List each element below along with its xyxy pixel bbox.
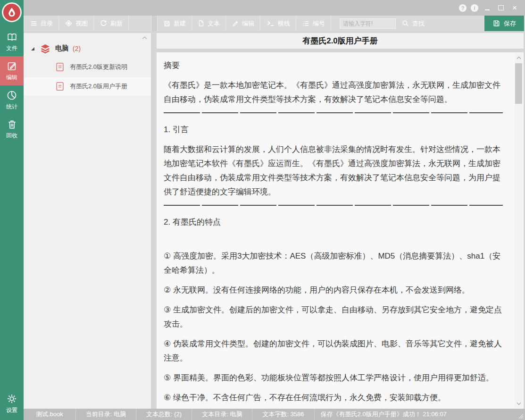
doc-paragraph: ④ 伪装成常用文件类型。创建的加密文件，可以伪装成图片、电影、音乐等其它文件，避… (164, 337, 503, 365)
save-button[interactable]: 保存 (484, 16, 524, 31)
edit-square-icon (6, 60, 17, 72)
minimize-icon (485, 9, 490, 10)
toolbar-button-label: 刷新 (110, 19, 123, 28)
tree-file-label: 有墨氏2.0版用户手册 (70, 82, 127, 91)
toolbar-button-label: 视图 (75, 19, 88, 28)
toolbar-button-label: 横线 (278, 19, 290, 28)
toolbar-right-button-5[interactable]: 编号 (296, 16, 331, 31)
sidebar-item-4[interactable]: 回收 (0, 115, 24, 143)
stats-icon (6, 90, 17, 101)
layers-icon (40, 43, 51, 54)
tree-file-item-1[interactable]: 有墨氏2.0版更新说明 (24, 58, 151, 76)
sidebar-nav: 文件编辑统计回收 (0, 28, 24, 143)
toolbar-right-button-4[interactable]: 横线 (260, 16, 296, 31)
toolbar-left-button-1[interactable]: 目录 (24, 16, 59, 31)
book-icon (6, 32, 18, 42)
trash-icon (7, 119, 17, 130)
content-scrollbar[interactable] (515, 53, 523, 408)
doc-file-icon (55, 81, 65, 92)
tree-scroll-up-icon[interactable] (142, 35, 148, 40)
sidebar-item-1[interactable]: 文件 (0, 28, 24, 56)
scroll-down-icon[interactable] (515, 400, 523, 407)
app-logo-icon (2, 2, 22, 22)
doc-paragraph: ⑥ 绿色干净。不含任何广告，不存在任何流氓行为，永久免费，安装卸载方便。 (164, 391, 503, 405)
search-input[interactable] (340, 18, 396, 29)
toolbar-right-button-2[interactable]: 文本 (192, 16, 226, 31)
app-window: 文件编辑统计回收 设置 ? i × 目录视图刷新 新建文本编辑横线编号 查找 (0, 0, 525, 420)
search-icon (401, 19, 409, 27)
close-button[interactable]: × (510, 3, 519, 13)
toolbar-button-label: 目录 (41, 19, 53, 28)
titlebar: ? i × (24, 0, 525, 16)
toolbar-left-button-3[interactable]: 刷新 (94, 16, 129, 31)
doc-paragraph: ⑤ 界面精美。界面的色彩、功能板块位置等都按照人体工学严格设计，使用户用得更加舒… (164, 371, 503, 385)
document-title-bar: 有墨氏2.0版用户手册 (157, 33, 524, 49)
scroll-up-icon[interactable] (515, 54, 523, 61)
find-button[interactable]: 查找 (396, 16, 430, 31)
tree-root-item[interactable]: 电脑 (2) (24, 41, 151, 57)
toolbar-right-button-3[interactable]: 编辑 (226, 16, 260, 31)
status-item-1: 测试.book (24, 409, 76, 420)
toolbar-button-label: 文本 (208, 19, 220, 28)
toolbar-gap (151, 16, 157, 31)
tree-file-item-2[interactable]: 有墨氏2.0版用户手册 (24, 77, 151, 95)
doc-paragraph: ① 高强度加密。采用3大加密技术：AES（高级加密标准）、MD5（消息摘要算法）… (164, 249, 503, 277)
toolbar-button-label: 编号 (313, 19, 325, 28)
doc-file-icon (55, 61, 65, 73)
sidebar-item-label: 统计 (6, 103, 17, 111)
status-item-5: 文本字数: 3586 (252, 409, 314, 420)
maximize-button[interactable] (496, 3, 506, 13)
text-file-icon (198, 19, 205, 27)
panel-divider (151, 31, 157, 409)
tree-root-count: (2) (73, 45, 81, 52)
toolbar-button-label: 新建 (174, 19, 186, 28)
minimize-button[interactable] (483, 3, 492, 13)
toolbar-right-group: 新建文本编辑横线编号 查找 保存 (157, 16, 525, 31)
sidebar-item-label: 回收 (6, 132, 17, 140)
resize-grip[interactable] (517, 409, 525, 420)
toolbar-button-label: 编辑 (242, 19, 254, 28)
hline-icon (266, 20, 275, 27)
status-item-2: 当前目录: 电脑 (76, 409, 136, 420)
sidebar-item-settings[interactable]: 设置 (0, 389, 24, 418)
close-icon: × (512, 3, 517, 13)
sidebar-item-label: 编辑 (6, 74, 17, 82)
save-icon (492, 19, 500, 27)
doc-spacer (164, 235, 503, 249)
toolbar: 目录视图刷新 新建文本编辑横线编号 查找 保存 (24, 16, 525, 31)
toolbar-left-button-2[interactable]: 视图 (59, 16, 94, 31)
scrollbar-thumb[interactable] (515, 63, 522, 104)
refresh-icon (100, 19, 108, 27)
content-panel: 有墨氏2.0版用户手册 摘要《有墨氏》是一款本地加密笔记本。《有墨氏》通过高强度… (157, 31, 524, 409)
save-button-label: 保存 (504, 19, 516, 28)
tree-file-list: 有墨氏2.0版更新说明有墨氏2.0版用户手册 (24, 58, 151, 95)
sidebar-item-2[interactable]: 编辑 (0, 56, 24, 85)
sidebar-item-3[interactable]: 统计 (0, 85, 24, 115)
maximize-icon (498, 5, 504, 10)
statusbar: 测试.book当前目录: 电脑文本总数: (2)文本目录: 电脑文本字数: 35… (24, 409, 525, 420)
new-file-icon (163, 20, 171, 27)
sidebar-bottom: 设置 (0, 389, 24, 418)
doc-paragraph: 摘要 (164, 59, 503, 73)
doc-paragraph: 《有墨氏》是一款本地加密笔记本。《有墨氏》通过高强度加密算法，永无联网，生成加密… (164, 78, 503, 107)
status-message: 保存《有墨氏2.0版用户手册》成功！ 21:06:07 (315, 409, 517, 420)
doc-paragraph: 1. 引言 (164, 123, 503, 137)
view-icon (65, 19, 73, 27)
doc-paragraph: ② 永无联网。没有任何连接网络的功能，用户的内容只保存在本机，不会发送到网络。 (164, 283, 503, 297)
tree-panel: 电脑 (2) 有墨氏2.0版更新说明有墨氏2.0版用户手册 (24, 33, 151, 409)
doc-paragraph: ③ 生成加密文件。创建后的加密文件，可以拿走、自由移动、另存放到其它安全地方，避… (164, 303, 503, 331)
document-title: 有墨氏2.0版用户手册 (302, 35, 378, 46)
doc-horizontal-rule (164, 205, 503, 206)
expand-triangle-icon[interactable] (31, 47, 34, 50)
toolbar-right-button-1[interactable]: 新建 (157, 16, 192, 31)
info-icon[interactable]: i (471, 4, 478, 12)
tree-file-label: 有墨氏2.0版更新说明 (70, 63, 127, 71)
find-button-label: 查找 (412, 19, 425, 28)
doc-horizontal-rule (164, 112, 503, 113)
document-editor[interactable]: 摘要《有墨氏》是一款本地加密笔记本。《有墨氏》通过高强度加密算法，永无联网，生成… (157, 52, 524, 409)
doc-paragraph: 随着大数据和云计算的发展，人们个人信息被非法采集的情况时有发生。针对这些情况，一… (164, 143, 503, 199)
help-icon[interactable]: ? (459, 4, 467, 12)
status-item-3: 文本总数: (2) (136, 409, 192, 420)
main-area: 电脑 (2) 有墨氏2.0版更新说明有墨氏2.0版用户手册 有墨氏2.0版用户手… (24, 31, 525, 409)
document-content: 摘要《有墨氏》是一款本地加密笔记本。《有墨氏》通过高强度加密算法，永无联网，生成… (164, 59, 503, 405)
